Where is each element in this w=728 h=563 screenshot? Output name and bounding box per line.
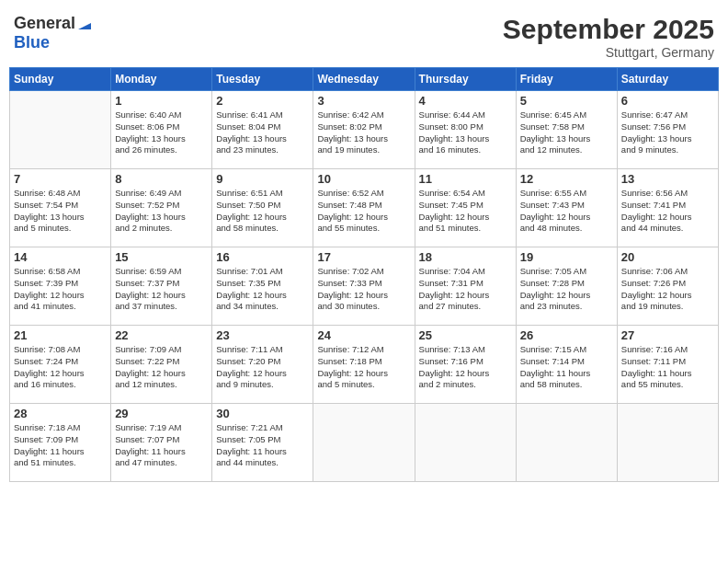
calendar-table: Sunday Monday Tuesday Wednesday Thursday… [9, 67, 719, 482]
cell-3-1: 22Sunrise: 7:09 AMSunset: 7:22 PMDayligh… [111, 326, 212, 404]
day-info: Sunrise: 7:06 AMSunset: 7:26 PMDaylight:… [621, 266, 714, 313]
day-number: 18 [419, 250, 512, 264]
day-number: 20 [621, 250, 714, 264]
day-number: 23 [216, 328, 309, 342]
day-info: Sunrise: 6:54 AMSunset: 7:45 PMDaylight:… [419, 188, 512, 235]
day-info: Sunrise: 6:58 AMSunset: 7:39 PMDaylight:… [14, 266, 107, 313]
day-number: 3 [317, 94, 410, 108]
day-number: 19 [520, 250, 613, 264]
day-info: Sunrise: 7:18 AMSunset: 7:09 PMDaylight:… [14, 422, 107, 469]
cell-2-2: 16Sunrise: 7:01 AMSunset: 7:35 PMDayligh… [212, 247, 313, 326]
day-info: Sunrise: 6:55 AMSunset: 7:43 PMDaylight:… [520, 188, 613, 235]
cell-4-1: 29Sunrise: 7:19 AMSunset: 7:07 PMDayligh… [111, 404, 212, 482]
day-number: 2 [216, 94, 309, 108]
day-info: Sunrise: 6:52 AMSunset: 7:48 PMDaylight:… [317, 188, 410, 235]
cell-2-5: 19Sunrise: 7:05 AMSunset: 7:28 PMDayligh… [516, 247, 617, 326]
day-info: Sunrise: 7:09 AMSunset: 7:22 PMDaylight:… [115, 344, 208, 391]
cell-4-2: 30Sunrise: 7:21 AMSunset: 7:05 PMDayligh… [212, 404, 313, 482]
cell-2-1: 15Sunrise: 6:59 AMSunset: 7:37 PMDayligh… [111, 247, 212, 326]
day-info: Sunrise: 7:04 AMSunset: 7:31 PMDaylight:… [419, 266, 512, 313]
calendar-header-row: Sunday Monday Tuesday Wednesday Thursday… [10, 68, 719, 91]
day-number: 16 [216, 250, 309, 264]
day-number: 26 [520, 328, 613, 342]
day-number: 13 [621, 172, 714, 186]
cell-1-2: 9Sunrise: 6:51 AMSunset: 7:50 PMDaylight… [212, 169, 313, 247]
cell-3-6: 27Sunrise: 7:16 AMSunset: 7:11 PMDayligh… [617, 326, 718, 404]
cell-3-0: 21Sunrise: 7:08 AMSunset: 7:24 PMDayligh… [10, 326, 111, 404]
day-number: 28 [14, 407, 107, 420]
cell-1-6: 13Sunrise: 6:56 AMSunset: 7:41 PMDayligh… [617, 169, 718, 247]
day-info: Sunrise: 6:45 AMSunset: 7:58 PMDaylight:… [520, 109, 613, 156]
day-info: Sunrise: 7:16 AMSunset: 7:11 PMDaylight:… [621, 344, 714, 391]
day-info: Sunrise: 6:41 AMSunset: 8:04 PMDaylight:… [216, 109, 309, 156]
day-info: Sunrise: 6:59 AMSunset: 7:37 PMDaylight:… [115, 266, 208, 313]
day-number: 12 [520, 172, 613, 186]
day-info: Sunrise: 7:13 AMSunset: 7:16 PMDaylight:… [419, 344, 512, 391]
logo: General Blue [14, 14, 91, 52]
day-info: Sunrise: 7:01 AMSunset: 7:35 PMDaylight:… [216, 266, 309, 313]
day-info: Sunrise: 7:21 AMSunset: 7:05 PMDaylight:… [216, 422, 309, 469]
day-number: 10 [317, 172, 410, 186]
week-row-1: 1Sunrise: 6:40 AMSunset: 8:06 PMDaylight… [10, 91, 719, 169]
day-number: 8 [115, 172, 208, 186]
cell-1-5: 12Sunrise: 6:55 AMSunset: 7:43 PMDayligh… [516, 169, 617, 247]
title-area: September 2025 Stuttgart, Germany [503, 14, 714, 60]
logo-blue: Blue [14, 34, 50, 52]
col-sunday: Sunday [10, 68, 111, 91]
week-row-5: 28Sunrise: 7:18 AMSunset: 7:09 PMDayligh… [10, 404, 719, 482]
cell-0-3: 3Sunrise: 6:42 AMSunset: 8:02 PMDaylight… [313, 91, 415, 169]
day-info: Sunrise: 7:05 AMSunset: 7:28 PMDaylight:… [520, 266, 613, 313]
cell-0-0 [10, 91, 111, 169]
day-number: 4 [419, 94, 512, 108]
cell-3-2: 23Sunrise: 7:11 AMSunset: 7:20 PMDayligh… [212, 326, 313, 404]
logo-triangle-icon [78, 16, 91, 34]
day-info: Sunrise: 6:42 AMSunset: 8:02 PMDaylight:… [317, 109, 410, 156]
cell-4-3 [313, 404, 415, 482]
col-wednesday: Wednesday [313, 68, 415, 91]
header: General Blue September 2025 Stuttgart, G… [9, 9, 719, 60]
cell-4-4 [415, 404, 516, 482]
cell-1-1: 8Sunrise: 6:49 AMSunset: 7:52 PMDaylight… [111, 169, 212, 247]
cell-2-6: 20Sunrise: 7:06 AMSunset: 7:26 PMDayligh… [617, 247, 718, 326]
day-info: Sunrise: 6:49 AMSunset: 7:52 PMDaylight:… [115, 188, 208, 235]
location-title: Stuttgart, Germany [503, 45, 714, 60]
svg-marker-0 [78, 23, 91, 29]
logo-general: General [14, 15, 75, 33]
day-info: Sunrise: 7:08 AMSunset: 7:24 PMDaylight:… [14, 344, 107, 391]
day-number: 6 [621, 94, 714, 108]
day-number: 29 [115, 407, 208, 420]
day-info: Sunrise: 6:51 AMSunset: 7:50 PMDaylight:… [216, 188, 309, 235]
day-number: 11 [419, 172, 512, 186]
day-info: Sunrise: 7:19 AMSunset: 7:07 PMDaylight:… [115, 422, 208, 469]
day-info: Sunrise: 7:11 AMSunset: 7:20 PMDaylight:… [216, 344, 309, 391]
day-number: 21 [14, 328, 107, 342]
cell-3-5: 26Sunrise: 7:15 AMSunset: 7:14 PMDayligh… [516, 326, 617, 404]
day-number: 14 [14, 250, 107, 264]
day-number: 7 [14, 172, 107, 186]
day-number: 5 [520, 94, 613, 108]
week-row-3: 14Sunrise: 6:58 AMSunset: 7:39 PMDayligh… [10, 247, 719, 326]
day-number: 24 [317, 328, 410, 342]
day-number: 15 [115, 250, 208, 264]
cell-0-5: 5Sunrise: 6:45 AMSunset: 7:58 PMDaylight… [516, 91, 617, 169]
day-number: 25 [419, 328, 512, 342]
week-row-4: 21Sunrise: 7:08 AMSunset: 7:24 PMDayligh… [10, 326, 719, 404]
cell-4-6 [617, 404, 718, 482]
day-info: Sunrise: 6:40 AMSunset: 8:06 PMDaylight:… [115, 109, 208, 156]
cell-0-2: 2Sunrise: 6:41 AMSunset: 8:04 PMDaylight… [212, 91, 313, 169]
col-friday: Friday [516, 68, 617, 91]
col-tuesday: Tuesday [212, 68, 313, 91]
cell-2-4: 18Sunrise: 7:04 AMSunset: 7:31 PMDayligh… [415, 247, 516, 326]
day-info: Sunrise: 6:48 AMSunset: 7:54 PMDaylight:… [14, 188, 107, 235]
col-saturday: Saturday [617, 68, 718, 91]
day-number: 30 [216, 407, 309, 420]
week-row-2: 7Sunrise: 6:48 AMSunset: 7:54 PMDaylight… [10, 169, 719, 247]
day-info: Sunrise: 7:12 AMSunset: 7:18 PMDaylight:… [317, 344, 410, 391]
col-thursday: Thursday [415, 68, 516, 91]
cell-1-0: 7Sunrise: 6:48 AMSunset: 7:54 PMDaylight… [10, 169, 111, 247]
cell-2-3: 17Sunrise: 7:02 AMSunset: 7:33 PMDayligh… [313, 247, 415, 326]
day-number: 9 [216, 172, 309, 186]
col-monday: Monday [111, 68, 212, 91]
cell-4-5 [516, 404, 617, 482]
cell-3-3: 24Sunrise: 7:12 AMSunset: 7:18 PMDayligh… [313, 326, 415, 404]
